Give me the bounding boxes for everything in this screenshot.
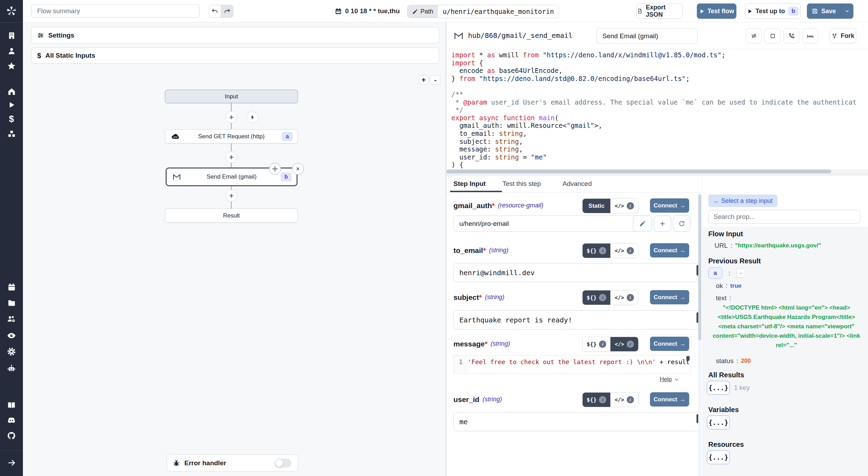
ok-row[interactable]: ok : true [716,282,741,290]
tab-advanced[interactable]: Advanced [562,180,592,188]
variables-dollar-icon[interactable]: $ [0,112,23,126]
fork-button[interactable]: Fork [830,28,856,43]
audit-eye-icon[interactable] [0,329,23,343]
undo-icon [211,8,219,15]
refresh-resource-button[interactable] [673,215,690,232]
editor-scrollbar[interactable] [686,356,690,360]
reload-button[interactable] [746,28,762,43]
delete-step-button[interactable] [292,163,304,175]
runs-play-icon[interactable] [0,98,23,112]
step-panel-scrollbar-thumb[interactable] [698,195,701,340]
search-prop-input[interactable]: Search prop... [708,210,860,224]
all-results-expand-chip[interactable]: {...} [707,381,730,395]
message-code-editor[interactable]: 1 'Feel free to check out the latest rep… [453,355,690,374]
status-row[interactable]: status : 200 [716,357,751,365]
user-icon[interactable] [0,44,23,58]
add-trigger-button[interactable] [247,111,258,123]
edit-resource-button[interactable] [633,215,652,232]
all-results-key-count: 1 key [734,384,750,392]
flow-node-input[interactable]: Input [165,90,298,103]
move-step-handle[interactable] [269,163,281,175]
docs-book-icon[interactable] [0,398,23,412]
mode-template[interactable]: ${}i [583,290,610,305]
user-id-input[interactable]: me [453,412,701,431]
groups-icon[interactable] [0,312,23,326]
mode-template[interactable]: ${}i [583,244,610,258]
resources-cubes-icon[interactable] [0,127,23,141]
mode-javascript[interactable]: </>i [610,337,638,351]
tab-step-input[interactable]: Step Input [453,180,486,188]
collapse-button[interactable]: - [736,269,745,278]
mode-javascript[interactable]: </>i [610,244,638,258]
step-name-value: Send Email (gmail) [602,32,658,40]
export-json-button[interactable]: Export JSON [636,3,683,19]
add-step-button[interactable] [225,190,237,202]
bed-button[interactable] [802,28,818,43]
flow-node-get-request[interactable]: HTTP Send GET Request (http) a [165,129,298,143]
help-link[interactable]: Help [660,376,679,383]
zoom-in-button[interactable]: + [419,75,428,85]
mode-template[interactable]: ${}i [583,393,610,407]
mode-static[interactable]: Static [583,199,610,213]
flow-settings-bar[interactable]: Settings [31,27,439,43]
gmail-auth-connect-button[interactable]: Connect→ [650,198,689,213]
favorites-star-icon[interactable] [0,59,23,73]
error-handler-toggle[interactable] [275,459,291,468]
all-static-inputs-bar[interactable]: $ All Static Inputs [31,48,439,64]
path-edit-segment[interactable]: Path [408,5,438,18]
subject-input[interactable]: Earthquake report is ready! [453,310,701,329]
workers-robot-icon[interactable] [0,361,23,375]
resources-expand-chip[interactable]: {...} [707,450,730,464]
settings-gear-icon[interactable] [0,345,23,359]
save-button[interactable]: Save [807,3,841,19]
tabs-border [446,192,702,192]
connect-arrow: → [680,294,686,301]
flow-input-url-row[interactable]: URL : "https://earthquake.usgs.gov/" [715,242,821,249]
add-step-button[interactable] [225,151,237,163]
code-editor[interactable]: import * as wmill from "https://deno.lan… [446,49,868,169]
discord-icon[interactable] [0,413,23,427]
undo-button[interactable] [209,5,221,18]
flow-summary-input[interactable]: Flow summary [31,5,200,18]
to-email-input[interactable]: henri@windmill.dev [453,263,701,282]
mode-javascript[interactable]: </>i [610,199,638,213]
test-flow-button[interactable]: Test flow [697,3,736,19]
save-dropdown-button[interactable] [841,3,853,19]
mode-template[interactable]: ${}i [583,337,610,351]
zoom-out-button[interactable]: - [431,75,440,85]
user-id-connect-button[interactable]: Connect→ [650,392,689,407]
stop-square-button[interactable] [765,28,781,43]
workspace-building-icon[interactable] [0,28,23,42]
test-up-to-button[interactable]: Test up to b [745,3,801,19]
add-resource-button[interactable] [654,215,671,232]
message-connect-button[interactable]: Connect→ [650,337,689,351]
home-icon[interactable] [0,84,23,98]
mode-javascript[interactable]: </>i [610,290,638,305]
mode-javascript[interactable]: </>i [610,393,638,407]
error-handler-bar[interactable]: Error handler [167,454,298,471]
flow-node-result[interactable]: Result [165,208,298,223]
select-step-input-chip[interactable]: ← Select a step input [708,195,777,207]
info-icon: i [627,294,634,301]
step-name-input[interactable]: Send Email (gmail) [596,28,698,44]
text-value[interactable]: "<!DOCTYPE html> <html lang="en"> <head>… [710,303,863,350]
schedules-calendar-icon[interactable] [0,280,23,294]
step-a-badge[interactable]: a [708,268,722,279]
redo-button[interactable] [221,5,233,18]
to-email-connect-button[interactable]: Connect→ [650,243,689,257]
text-row[interactable]: text : [716,294,734,302]
subject-connect-button[interactable]: Connect→ [650,290,689,304]
field-type: (string) [491,340,510,347]
add-step-button[interactable] [225,111,237,123]
variables-expand-chip[interactable]: {...} [707,416,730,429]
collapse-arrow-right-icon[interactable] [0,456,23,470]
path-chip[interactable]: Path u/henri/earthquake_monitorin [407,5,559,18]
github-icon[interactable] [0,429,23,443]
gmail-auth-resource-input[interactable]: u/henri/pro-email [453,215,643,232]
tab-test-this-step[interactable]: Test this step [502,180,541,188]
folders-icon[interactable] [0,296,23,310]
phone-incoming-button[interactable] [783,28,799,43]
code-hscrollbar-thumb[interactable] [446,170,831,173]
schedule-cron[interactable]: 0 10 18 * * tue,thu [335,0,400,22]
windmill-logo-icon[interactable] [0,4,23,18]
